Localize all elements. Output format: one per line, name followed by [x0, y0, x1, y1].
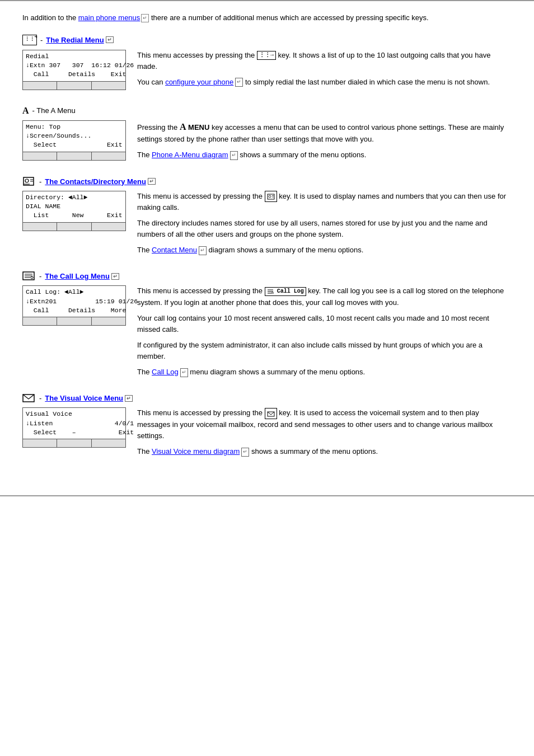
voicemail-menu-link[interactable]: The Visual Voice Menu [45, 394, 123, 402]
calllog-menu-link[interactable]: The Call Log Menu [45, 272, 110, 280]
amenu-section-body: Menu: Top ↓Screen/Sounds... Select Exit … [22, 120, 512, 161]
amenu-softkeys [23, 152, 125, 160]
amenu-icon: A [22, 106, 29, 116]
contacts-nav-arrow: ↵ [148, 178, 156, 185]
redial-phone-screen: Redial ↓Extn 307 307 16:12 01/26 Call De… [22, 50, 126, 90]
redial-menu-link[interactable]: The Redial Menu [46, 36, 104, 44]
contacts-phone-screen: Directory: ◄All► DIAL NAME List New Exit [22, 191, 126, 231]
intro-paragraph: In addition to the main phone menus↵ the… [22, 12, 512, 24]
svg-point-13 [31, 276, 33, 279]
calllog-softkeys [23, 317, 125, 325]
voicemail-section-body: Visual Voice ↓Listen 4/0/1 Select – Exit… [22, 407, 512, 457]
calllog-menu-nav-arrow: ↵ [180, 368, 188, 377]
config-nav-arrow: ↵ [235, 78, 243, 87]
contact-menu-nav-arrow: ↵ [199, 246, 207, 255]
amenu-description: Pressing the A MENU key accesses a menu … [137, 120, 512, 161]
calllog-description: This menu is accessed by pressing the Ca… [137, 285, 512, 378]
redial-section-header: ⋮⋮↷ - The Redial Menu ↵ [22, 35, 512, 45]
visual-voice-diagram-link[interactable]: Visual Voice menu diagram [152, 447, 240, 456]
svg-point-17 [271, 292, 273, 294]
calllog-key-icon: Call Log [265, 287, 306, 296]
svg-point-1 [25, 179, 29, 182]
redial-description: This menu accesses by pressing the ⋮⋮→ k… [137, 50, 512, 88]
voicemail-softkeys [23, 439, 125, 447]
calllog-section-body: Call Log: ◄All► ↓Extn201 15:19 01/26 Cal… [22, 285, 512, 378]
contacts-description: This menu is accessed by pressing the ke… [137, 191, 512, 256]
contacts-section-body: Directory: ◄All► DIAL NAME List New Exit… [22, 191, 512, 256]
visual-voice-nav-arrow: ↵ [241, 448, 249, 457]
contacts-menu-link[interactable]: The Contacts/Directory Menu [45, 177, 146, 186]
redial-section: ⋮⋮↷ - The Redial Menu ↵ Redial ↓Extn 307… [22, 35, 512, 90]
contact-menu-link[interactable]: Contact Menu [152, 246, 197, 254]
calllog-section-header: - The Call Log Menu ↵ [22, 271, 512, 281]
amenu-key-icon: A [180, 122, 186, 132]
svg-point-6 [269, 195, 271, 198]
voicemail-icon [22, 393, 35, 403]
redial-softkeys [23, 81, 125, 90]
phone-amenu-diagram-link[interactable]: Phone A-Menu diagram [152, 151, 228, 159]
voicemail-nav-arrow: ↵ [125, 395, 133, 402]
amenu-section: A - The A Menu Menu: Top ↓Screen/Sounds.… [22, 106, 512, 161]
amenu-nav-arrow: ↵ [230, 151, 238, 160]
redial-icon: ⋮⋮↷ [22, 35, 37, 45]
configure-phone-link[interactable]: configure your phone [165, 78, 233, 86]
contacts-softkeys [23, 222, 125, 231]
calllog-icon [22, 271, 35, 281]
redial-key-icon: ⋮⋮→ [257, 51, 276, 60]
calllog-section: - The Call Log Menu ↵ Call Log: ◄All► ↓E… [22, 271, 512, 378]
amenu-phone-screen: Menu: Top ↓Screen/Sounds... Select Exit [22, 120, 126, 161]
calllog-nav-arrow: ↵ [111, 273, 119, 280]
redial-nav-arrow: ↵ [106, 36, 114, 43]
intro-nav-arrow: ↵ [141, 14, 149, 23]
contacts-section: - The Contacts/Directory Menu ↵ Director… [22, 177, 512, 256]
contacts-section-header: - The Contacts/Directory Menu ↵ [22, 177, 512, 186]
main-phone-menus-link[interactable]: main phone menus [78, 13, 140, 22]
voicemail-description: This menu is accessed by pressing the ke… [137, 407, 512, 457]
voicemail-key-icon [265, 408, 277, 419]
contacts-key-icon [265, 191, 277, 202]
contacts-icon [22, 177, 35, 186]
amenu-section-header: A - The A Menu [22, 106, 512, 116]
calllog-phone-screen: Call Log: ◄All► ↓Extn201 15:19 01/26 Cal… [22, 285, 126, 326]
voicemail-phone-screen: Visual Voice ↓Listen 4/0/1 Select – Exit [22, 407, 126, 448]
calllog-link[interactable]: Call Log [152, 368, 179, 376]
redial-section-body: Redial ↓Extn 307 307 16:12 01/26 Call De… [22, 50, 512, 90]
voicemail-section: - The Visual Voice Menu ↵ Visual Voice ↓… [22, 393, 512, 457]
voicemail-section-header: - The Visual Voice Menu ↵ [22, 393, 512, 403]
